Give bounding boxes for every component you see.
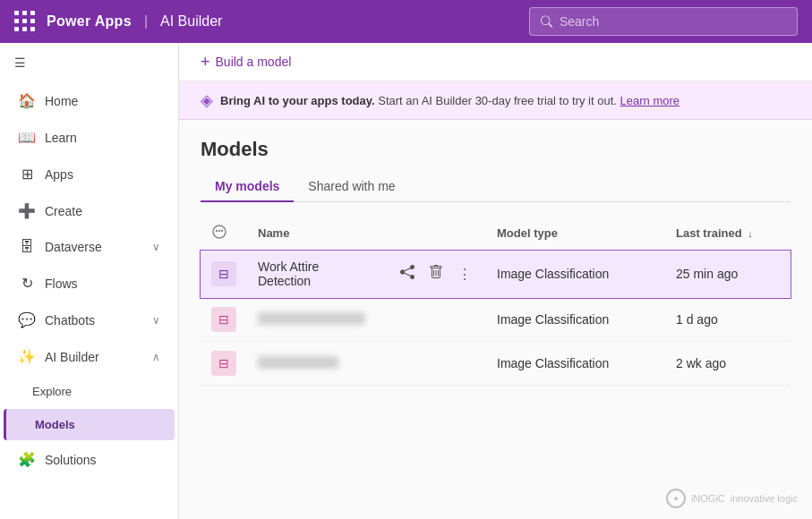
model-name-cell: Work Attire Detection [247, 251, 386, 298]
chevron-down-icon: ∨ [152, 241, 160, 253]
watermark: ● iNOGiC innovative logic [666, 489, 798, 508]
action-icons-cell [386, 342, 486, 386]
tabs: My models Shared with me [201, 172, 791, 202]
models-heading: Models [201, 138, 791, 161]
sidebar-item-dataverse[interactable]: 🗄 Dataverse ∨ [4, 230, 175, 264]
sidebar-item-create[interactable]: ➕ Create [4, 193, 175, 228]
table-row[interactable]: ⊟ Image Classification 2 wk ago [201, 342, 791, 386]
models-table: Name Model type Last trained ↓ ⊟ [201, 217, 791, 386]
model-icon: ⊟ [211, 307, 236, 332]
sort-arrow-icon: ↓ [748, 228, 753, 239]
more-icon[interactable]: ⋮ [454, 264, 475, 285]
model-name-cell [247, 342, 386, 386]
search-input[interactable] [560, 14, 786, 29]
model-type-cell: Image Classification [486, 342, 665, 386]
sidebar-item-apps[interactable]: ⊞ Apps [4, 157, 175, 191]
col-header-type: Model type [486, 217, 665, 251]
banner: ◈ Bring AI to your apps today. Start an … [179, 81, 812, 120]
tab-shared-with-me[interactable]: Shared with me [294, 172, 409, 202]
sidebar-item-label: Explore [32, 385, 72, 398]
chevron-up-icon: ∧ [152, 351, 160, 363]
app-name: Power Apps [47, 13, 132, 30]
sidebar-item-home[interactable]: 🏠 Home [4, 83, 175, 118]
col-header-last-trained: Last trained ↓ [665, 217, 791, 251]
search-bar[interactable] [529, 7, 798, 36]
chevron-down-icon: ∨ [152, 314, 160, 327]
model-name: Work Attire Detection [258, 260, 319, 288]
svg-point-1 [216, 230, 218, 232]
sidebar-item-label: Apps [45, 167, 73, 182]
sidebar-toggle-icon[interactable]: ☰ [0, 43, 178, 82]
ai-builder-icon: ✨ [18, 348, 36, 365]
content-area: + Build a model ◈ Bring AI to your apps … [179, 43, 812, 519]
last-trained-cell: 25 min ago [665, 251, 791, 298]
sidebar-item-solutions[interactable]: 🧩 Solutions [4, 442, 175, 477]
banner-normal: Start an AI Builder 30-day free trial to… [378, 94, 617, 107]
row-icon-cell: ⊟ [201, 342, 247, 386]
chatbots-icon: 💬 [18, 311, 36, 328]
learn-icon: 📖 [18, 129, 36, 146]
share-icon[interactable] [397, 263, 418, 285]
model-name-cell [247, 298, 386, 342]
diamond-icon: ◈ [201, 90, 213, 110]
col-header-actions [386, 217, 486, 251]
dataverse-icon: 🗄 [18, 239, 36, 255]
topbar: Power Apps | AI Builder [0, 0, 812, 43]
apps-icon: ⊞ [18, 166, 36, 183]
sidebar-item-label: Flows [45, 277, 78, 291]
learn-more-link[interactable]: Learn more [620, 94, 680, 107]
action-icons-cell [386, 298, 486, 342]
watermark-company: iNOGiC [691, 493, 725, 504]
last-trained-cell: 1 d ago [665, 298, 791, 342]
row-actions: ⋮ [397, 263, 475, 285]
section-name: AI Builder [160, 13, 222, 30]
build-model-button[interactable]: + Build a model [201, 54, 291, 70]
col-header-name: Name [247, 217, 386, 251]
sidebar-item-label: Solutions [45, 453, 97, 467]
last-trained-cell: 2 wk ago [665, 342, 791, 386]
sidebar-item-ai-builder[interactable]: ✨ AI Builder ∧ [4, 339, 175, 374]
table-row[interactable]: ⊟ Work Attire Detection [201, 251, 791, 298]
build-label: Build a model [216, 55, 292, 69]
app-launcher-icon[interactable] [14, 11, 36, 32]
sidebar-item-label: Learn [45, 131, 77, 145]
sidebar-item-chatbots[interactable]: 💬 Chatbots ∨ [4, 302, 175, 337]
model-icon: ⊟ [211, 351, 236, 376]
sidebar-item-models[interactable]: Models [4, 409, 175, 440]
solutions-icon: 🧩 [18, 451, 36, 468]
sidebar-item-flows[interactable]: ↻ Flows [4, 266, 175, 301]
model-type-cell: Image Classification [486, 251, 665, 298]
model-type-cell: Image Classification [486, 298, 665, 342]
table-row[interactable]: ⊟ Image Classification 1 d ago [201, 298, 791, 342]
sidebar-item-learn[interactable]: 📖 Learn [4, 120, 175, 155]
content-inner: Models My models Shared with me Name Mod… [179, 120, 812, 519]
model-icon: ⊟ [211, 261, 236, 286]
watermark-tagline: innovative logic [731, 493, 798, 504]
banner-bold: Bring AI to your apps today. [220, 94, 375, 107]
svg-point-2 [218, 230, 220, 232]
tab-my-models[interactable]: My models [201, 172, 294, 202]
sidebar-item-label: Dataverse [45, 240, 102, 254]
action-bar: + Build a model [179, 43, 812, 81]
svg-point-3 [221, 230, 223, 232]
search-icon [541, 15, 552, 28]
create-icon: ➕ [18, 202, 36, 219]
action-icons-cell: ⋮ [386, 251, 486, 298]
sidebar-item-label: Create [45, 204, 82, 218]
sidebar: ☰ 🏠 Home 📖 Learn ⊞ Apps ➕ Create 🗄 Datav… [0, 43, 179, 519]
plus-icon: + [201, 54, 210, 70]
row-icon-cell: ⊟ [201, 251, 247, 298]
sidebar-item-label: Chatbots [45, 313, 95, 328]
sidebar-item-explore[interactable]: Explore [4, 376, 175, 407]
sidebar-item-label: Models [35, 418, 75, 431]
home-icon: 🏠 [18, 92, 36, 109]
banner-text: Bring AI to your apps today. Start an AI… [220, 94, 680, 107]
model-name-blurred [258, 312, 365, 325]
topbar-divider: | [144, 13, 148, 30]
sidebar-item-label: AI Builder [45, 350, 99, 364]
flows-icon: ↻ [18, 275, 36, 292]
delete-icon[interactable] [425, 263, 447, 285]
row-icon-cell: ⊟ [201, 298, 247, 342]
col-header-icon [201, 217, 247, 251]
model-name-blurred [258, 356, 338, 369]
